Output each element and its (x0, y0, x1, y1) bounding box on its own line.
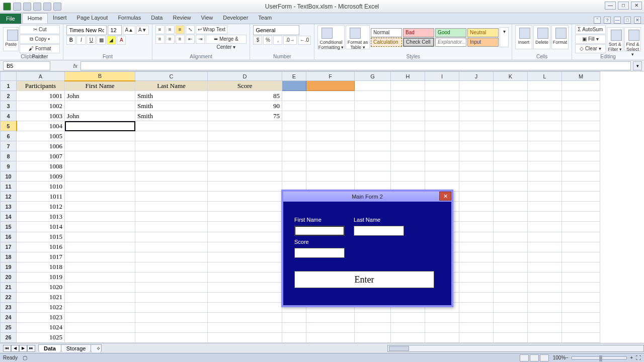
cell-K8[interactable] (494, 151, 528, 161)
cell-H10[interactable] (391, 171, 425, 182)
style-normal[interactable]: Normal (371, 28, 402, 37)
cell-D10[interactable] (208, 171, 282, 182)
cell-F24[interactable] (306, 312, 355, 322)
cell-A12[interactable]: 1011 (17, 192, 65, 202)
style-explanatory[interactable]: Explanator... (435, 38, 466, 47)
cell-F8[interactable] (306, 151, 355, 161)
cell-M1[interactable] (562, 81, 600, 91)
row-header-19[interactable]: 19 (1, 262, 17, 272)
number-format-select[interactable] (253, 25, 299, 35)
cell-A10[interactable]: 1009 (17, 171, 65, 182)
cell-B24[interactable] (65, 312, 135, 322)
cell-B11[interactable] (65, 182, 135, 192)
row-header-11[interactable]: 11 (1, 182, 17, 192)
cell-K10[interactable] (494, 171, 528, 182)
cell-J10[interactable] (459, 171, 494, 182)
cell-M12[interactable] (562, 192, 600, 202)
style-bad[interactable]: Bad (403, 28, 434, 37)
cell-D19[interactable] (208, 262, 282, 272)
cell-G6[interactable] (355, 131, 391, 141)
cell-M17[interactable] (562, 242, 600, 252)
cell-F6[interactable] (306, 131, 355, 141)
cell-B6[interactable] (65, 131, 135, 141)
cell-A7[interactable]: 1006 (17, 141, 65, 151)
cell-E26[interactable] (282, 332, 306, 342)
row-header-4[interactable]: 4 (1, 111, 17, 121)
cell-A2[interactable]: 1001 (17, 91, 65, 101)
cell-J5[interactable] (459, 121, 494, 131)
cell-L22[interactable] (528, 292, 562, 302)
cell-L12[interactable] (528, 192, 562, 202)
cell-D24[interactable] (208, 312, 282, 322)
cell-L9[interactable] (528, 161, 562, 171)
cell-D8[interactable] (208, 151, 282, 161)
cell-M26[interactable] (562, 332, 600, 342)
cell-C9[interactable] (135, 161, 208, 171)
cell-F9[interactable] (306, 161, 355, 171)
format-painter-button[interactable]: 🖌 Format Painter (20, 44, 60, 53)
cell-E24[interactable] (282, 312, 306, 322)
cell-C13[interactable] (135, 202, 208, 212)
row-header-23[interactable]: 23 (1, 302, 17, 312)
cell-C10[interactable] (135, 171, 208, 182)
cell-A5[interactable]: 1004 (17, 121, 65, 131)
cell-B3[interactable] (65, 101, 135, 111)
cell-L4[interactable] (528, 111, 562, 121)
cell-styles-more-button[interactable]: ▾ (500, 27, 509, 47)
cell-C15[interactable] (135, 222, 208, 232)
cell-M18[interactable] (562, 252, 600, 262)
cell-K9[interactable] (494, 161, 528, 171)
cell-D18[interactable] (208, 252, 282, 262)
cell-G5[interactable] (355, 121, 391, 131)
increase-decimal-button[interactable]: .0→ (283, 36, 296, 45)
cell-K1[interactable] (494, 81, 528, 91)
decrease-decimal-button[interactable]: ←.0 (298, 36, 311, 45)
delete-cells-button[interactable]: Delete (533, 25, 550, 49)
cell-L23[interactable] (528, 302, 562, 312)
cell-J14[interactable] (459, 212, 494, 222)
cell-L20[interactable] (528, 272, 562, 282)
align-center-button[interactable]: ≡ (166, 35, 175, 44)
row-header-18[interactable]: 18 (1, 252, 17, 262)
cell-D25[interactable] (208, 322, 282, 332)
cell-B21[interactable] (65, 282, 135, 292)
cell-K14[interactable] (494, 212, 528, 222)
qat-custom-icon[interactable] (43, 3, 51, 11)
view-normal-button[interactable] (520, 354, 529, 361)
row-header-5[interactable]: 5 (1, 121, 17, 131)
cell-K11[interactable] (494, 182, 528, 192)
cell-M4[interactable] (562, 111, 600, 121)
cell-B16[interactable] (65, 232, 135, 242)
cell-I5[interactable] (425, 121, 459, 131)
row-header-2[interactable]: 2 (1, 91, 17, 101)
zoom-in-button[interactable]: + (630, 355, 633, 360)
cell-E4[interactable] (282, 111, 306, 121)
cell-G1[interactable] (355, 81, 391, 91)
cell-K2[interactable] (494, 91, 528, 101)
wrap-text-button[interactable]: ↩ Wrap Text (196, 25, 227, 34)
grow-font-button[interactable]: A▲ (123, 26, 135, 35)
cell-M16[interactable] (562, 232, 600, 242)
cell-L7[interactable] (528, 141, 562, 151)
cell-A9[interactable]: 1008 (17, 161, 65, 171)
cell-G26[interactable] (355, 332, 391, 342)
cell-C5[interactable] (135, 121, 208, 131)
cell-I1[interactable] (425, 81, 459, 91)
cell-C14[interactable] (135, 212, 208, 222)
cell-H2[interactable] (391, 91, 425, 101)
format-as-table-button[interactable]: Format as Table ▾ (346, 25, 370, 49)
row-header-15[interactable]: 15 (1, 222, 17, 232)
style-good[interactable]: Good (435, 28, 466, 37)
cell-L21[interactable] (528, 282, 562, 292)
cell-D14[interactable] (208, 212, 282, 222)
cell-M10[interactable] (562, 171, 600, 182)
cell-L13[interactable] (528, 202, 562, 212)
col-header-C[interactable]: C (135, 72, 208, 81)
row-header-3[interactable]: 3 (1, 101, 17, 111)
cell-I24[interactable] (425, 312, 459, 322)
sheet-nav-next-icon[interactable]: ▶ (19, 345, 27, 352)
ribbon-minimize-icon[interactable]: ˄ (594, 17, 601, 24)
col-header-M[interactable]: M (562, 72, 600, 81)
cell-J12[interactable] (459, 192, 494, 202)
align-top-button[interactable]: ≡ (155, 25, 165, 34)
